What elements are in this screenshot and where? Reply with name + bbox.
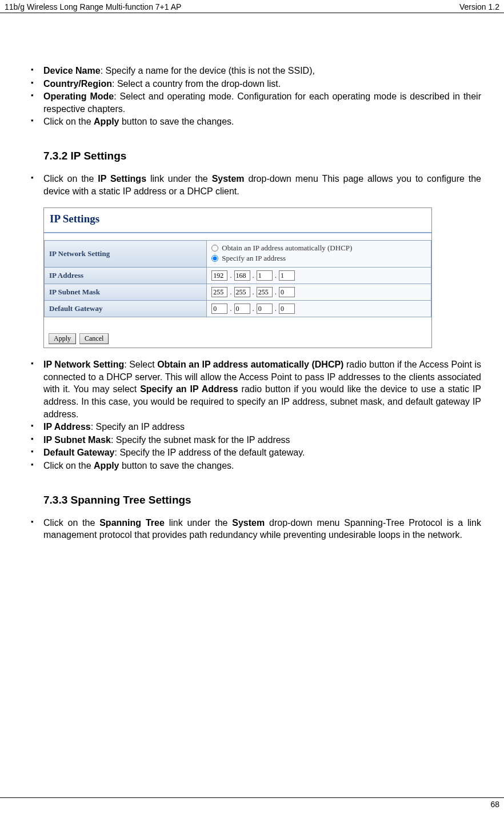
t: : Select	[124, 360, 157, 369]
ip-octet-2[interactable]	[234, 270, 250, 281]
list-item: Click on the IP Settings link under the …	[23, 173, 481, 197]
label: Operating Mode	[43, 91, 114, 101]
gw-octet-3[interactable]	[257, 304, 273, 314]
ip-octet-3[interactable]	[257, 270, 273, 281]
section-heading-stp: 7.3.3 Spanning Tree Settings	[23, 494, 481, 506]
header-right: Version 1.2	[459, 2, 499, 11]
ip-settings-figure: IP Settings IP Network Setting Obtain an…	[43, 208, 432, 348]
list-item: Click on the Apply button to save the ch…	[23, 115, 481, 128]
desc: : Specify the subnet mask for the IP add…	[111, 435, 290, 445]
figure-buttons: Apply Cancel	[44, 317, 431, 348]
table-row: Default Gateway . . .	[45, 301, 431, 317]
t: Obtain an IP address automatically (DHCP…	[157, 360, 343, 369]
page-footer: 68	[0, 797, 504, 811]
label: Default Gateway	[43, 448, 114, 457]
list-item: Country/Region: Select a country from th…	[23, 78, 481, 90]
radio-specify[interactable]	[211, 255, 218, 262]
t: link under the	[165, 518, 232, 528]
label: IP Network Setting	[43, 360, 124, 369]
mask-octet-4[interactable]	[279, 287, 295, 297]
radio-dhcp[interactable]	[211, 245, 218, 252]
row-label: Default Gateway	[45, 301, 207, 317]
bullet-list-stp: Click on the Spanning Tree link under th…	[23, 517, 481, 541]
suffix: button to save the changes.	[119, 117, 234, 126]
label: Device Name	[43, 66, 101, 75]
gw-octet-2[interactable]	[234, 304, 250, 314]
t: IP Settings	[98, 174, 146, 183]
subnet-inputs: . . .	[211, 287, 426, 297]
figure-title: IP Settings	[44, 208, 431, 233]
table-row: IP Network Setting Obtain an IP address …	[45, 241, 431, 268]
ip-octet-1[interactable]	[211, 270, 227, 281]
list-item: IP Address: Specify an IP address	[23, 421, 481, 433]
bullet-list-top: Device Name: Specify a name for the devi…	[23, 65, 481, 128]
cancel-button[interactable]: Cancel	[79, 333, 109, 344]
row-label: IP Subnet Mask	[45, 284, 207, 301]
header-left: 11b/g Wireless Long Range Multi-function…	[5, 2, 181, 11]
mask-octet-1[interactable]	[211, 287, 227, 297]
t: Click on the	[43, 174, 98, 183]
t: link under the	[146, 174, 212, 183]
list-item: IP Network Setting: Select Obtain an IP …	[23, 358, 481, 420]
page-number: 68	[490, 800, 499, 809]
gateway-inputs: . . .	[211, 304, 426, 314]
page-content: Device Name: Specify a name for the devi…	[0, 13, 504, 541]
t: Click on the	[43, 518, 99, 528]
prefix: Click on the	[43, 117, 94, 126]
radio-label: Obtain an IP address automatically (DHCP…	[222, 244, 352, 253]
mask-octet-2[interactable]	[234, 287, 250, 297]
t: Spanning Tree	[99, 518, 165, 528]
radio-label: Specify an IP address	[222, 254, 286, 263]
label: IP Address	[43, 422, 91, 432]
bullet-list-mid: IP Network Setting: Select Obtain an IP …	[23, 358, 481, 472]
radio-option-specify[interactable]: Specify an IP address	[211, 254, 426, 263]
t: System	[212, 174, 245, 183]
t: Specify an IP Address	[140, 384, 238, 394]
apply-button[interactable]: Apply	[49, 333, 76, 344]
radio-option-dhcp[interactable]: Obtain an IP address automatically (DHCP…	[211, 244, 426, 253]
row-value: . . .	[207, 284, 431, 301]
bullet-list-ip-intro: Click on the IP Settings link under the …	[23, 173, 481, 197]
ip-settings-table: IP Network Setting Obtain an IP address …	[44, 240, 431, 317]
row-value: . . .	[207, 301, 431, 317]
desc: : Specify the IP address of the default …	[114, 448, 305, 457]
list-item: Click on the Spanning Tree link under th…	[23, 517, 481, 541]
table-row: IP Address . . .	[45, 268, 431, 284]
section-heading-ip: 7.3.2 IP Settings	[23, 150, 481, 162]
table-row: IP Subnet Mask . . .	[45, 284, 431, 301]
gw-octet-4[interactable]	[279, 304, 295, 314]
desc: : Specify a name for the device (this is…	[101, 66, 315, 75]
list-item: Operating Mode: Select and operating mod…	[23, 90, 481, 115]
list-item: Device Name: Specify a name for the devi…	[23, 65, 481, 77]
list-item: Default Gateway: Specify the IP address …	[23, 446, 481, 459]
row-value: . . .	[207, 268, 431, 284]
desc: : Select a country from the drop-down li…	[112, 79, 281, 89]
ip-address-inputs: . . .	[211, 270, 426, 281]
page-header: 11b/g Wireless Long Range Multi-function…	[0, 0, 504, 13]
prefix: Click on the	[43, 461, 94, 470]
list-item: Click on the Apply button to save the ch…	[23, 460, 481, 472]
bold: Apply	[94, 461, 119, 470]
t: System	[232, 518, 265, 528]
bold: Apply	[94, 117, 119, 126]
label: IP Subnet Mask	[43, 435, 111, 445]
suffix: button to save the changes.	[119, 461, 234, 470]
row-label: IP Address	[45, 268, 207, 284]
desc: : Specify an IP address	[91, 422, 185, 432]
ip-octet-4[interactable]	[279, 270, 295, 281]
row-label: IP Network Setting	[45, 241, 207, 268]
mask-octet-3[interactable]	[257, 287, 273, 297]
row-value: Obtain an IP address automatically (DHCP…	[207, 241, 431, 268]
gw-octet-1[interactable]	[211, 304, 227, 314]
list-item: IP Subnet Mask: Specify the subnet mask …	[23, 434, 481, 446]
label: Country/Region	[43, 79, 112, 89]
